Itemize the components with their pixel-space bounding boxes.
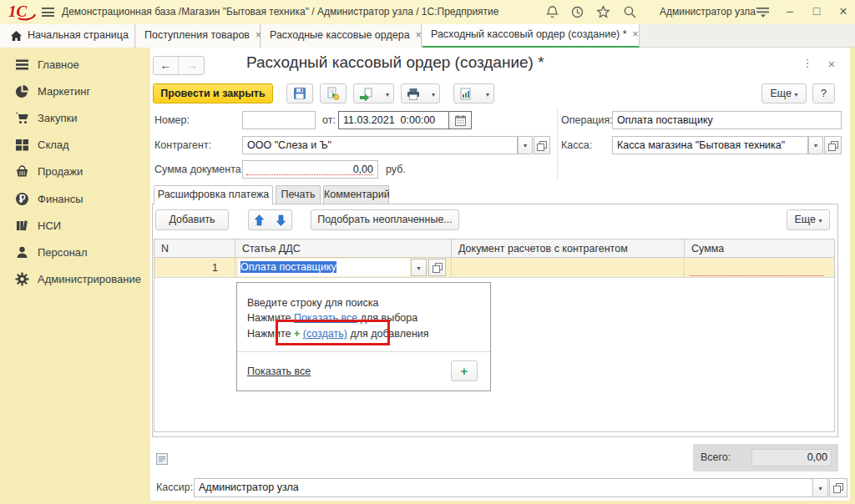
gear-icon	[15, 272, 29, 286]
cashbox-input[interactable]: Касса магазина "Бытовая техника"	[612, 136, 808, 154]
main-menu-icon[interactable]	[42, 8, 54, 17]
minimize-button[interactable]: –	[782, 0, 798, 24]
contractor-dropdown-button[interactable]: ▾	[518, 136, 533, 154]
tab-postupleniya-tovarov[interactable]: Поступления товаров×	[136, 24, 261, 48]
row-number-cell: 1	[154, 258, 235, 278]
number-label: Номер:	[154, 111, 190, 129]
sidebar-item-marketing[interactable]: Маркетинг	[0, 78, 150, 105]
amount-input[interactable]: 0,00	[242, 160, 378, 179]
tab-close-icon[interactable]: ×	[633, 28, 639, 40]
table-row[interactable]: 1 Оплата поставщику ▾	[154, 258, 834, 278]
contractor-label: Контрагент:	[154, 136, 211, 154]
search-icon[interactable]	[623, 5, 637, 19]
notifications-bell-icon[interactable]	[545, 5, 559, 19]
form-column-separator	[557, 109, 558, 179]
contractor-open-button[interactable]	[534, 136, 550, 154]
maximize-button[interactable]: □	[808, 0, 825, 24]
post-button[interactable]	[320, 83, 347, 103]
cashier-dropdown-button[interactable]: ▾	[812, 478, 828, 497]
column-header-document[interactable]: Документ расчетов с контрагентом	[452, 239, 685, 258]
close-window-button[interactable]: ×	[835, 0, 852, 24]
total-label: Всего:	[701, 444, 731, 471]
add-row-button[interactable]: Добавить	[155, 209, 229, 230]
tab-rashodny-kassovy-order-active[interactable]: Расходный кассовый ордер (создание) *×	[422, 24, 640, 48]
1c-logo: 1С	[8, 2, 37, 23]
column-header-statya-dds[interactable]: Статья ДДС	[235, 239, 452, 258]
show-all-link[interactable]: Показать все	[247, 365, 311, 377]
number-input[interactable]	[242, 111, 316, 129]
calendar-button[interactable]	[448, 111, 472, 129]
sidebar-item-finansy[interactable]: Финансы	[0, 185, 150, 213]
person-icon	[15, 245, 29, 260]
total-value: 0,00	[751, 449, 832, 466]
form-more-button[interactable]: Еще ▾	[761, 83, 807, 103]
tab-rasshifrovka-platezha[interactable]: Расшифровка платежа	[154, 185, 273, 204]
print-button[interactable]: ▾	[401, 83, 440, 103]
pick-unpaid-button[interactable]: Подобрать неоплаченные...	[311, 209, 459, 230]
basket-icon	[15, 164, 29, 179]
date-label: от:	[322, 111, 336, 129]
cashbox-open-button[interactable]	[824, 136, 842, 154]
total-box: Всего: 0,00	[693, 444, 838, 471]
reports-button[interactable]: ▾	[453, 83, 494, 103]
sidebar-item-zakupki[interactable]: Закупки	[0, 104, 150, 132]
close-document-icon[interactable]: ×	[825, 57, 838, 71]
favorites-star-icon[interactable]	[596, 5, 610, 19]
menu-icon	[15, 58, 29, 72]
annotation-red-box	[276, 320, 390, 345]
cashier-input[interactable]: Администратор узла	[194, 478, 813, 497]
sidebar-item-prodazhi[interactable]: Продажи	[0, 158, 150, 185]
comment-icon[interactable]	[156, 453, 168, 465]
contractor-input[interactable]: ООО "Слеза и Ъ"	[242, 136, 518, 154]
grid-more-button[interactable]: Еще ▾	[787, 209, 830, 230]
document-cell[interactable]	[452, 258, 685, 278]
sidebar-item-glavnoe[interactable]: Главное	[0, 51, 150, 78]
service-menu-icon[interactable]	[756, 7, 771, 21]
move-up-button[interactable]	[248, 209, 271, 230]
window-titlebar: 1С Демонстрационная база /Магазин "Бытов…	[0, 0, 855, 24]
article-open-button[interactable]	[428, 259, 446, 276]
window-border-right	[850, 48, 855, 504]
sidebar-item-sklad[interactable]: Склад	[0, 131, 150, 159]
application-window: 1С Демонстрационная база /Магазин "Бытов…	[0, 0, 855, 504]
cashier-open-button[interactable]	[829, 478, 847, 497]
date-input[interactable]: 11.03.2021 0:00:00	[338, 111, 448, 129]
history-icon[interactable]	[570, 5, 584, 19]
save-button[interactable]	[286, 83, 313, 103]
grid-icon	[15, 138, 29, 152]
column-header-summa[interactable]: Сумма	[685, 239, 834, 258]
back-button[interactable]: ←	[154, 57, 179, 74]
tab-pechat[interactable]: Печать	[276, 185, 321, 204]
sections-sidebar: Главное Маркетинг Закупки Склад Продажи …	[0, 48, 150, 504]
tab-kommentariy[interactable]: Комментарий	[323, 185, 389, 204]
hint-line-1: Введите строку для поиска	[247, 297, 379, 309]
tab-close-icon[interactable]: ×	[416, 29, 422, 41]
popup-divider	[237, 351, 490, 352]
document-title: Расходный кассовый ордер (создание) *	[246, 53, 544, 72]
tab-close-icon[interactable]: ×	[255, 29, 261, 41]
sidebar-item-nsi[interactable]: НСИ	[0, 212, 150, 239]
currency-label: руб.	[386, 160, 406, 179]
help-button[interactable]: ?	[812, 83, 835, 103]
dropdown-caret-icon: ▾	[432, 91, 435, 98]
post-and-close-button[interactable]: Провести и закрыть	[153, 83, 273, 103]
amount-cell[interactable]	[685, 258, 834, 278]
tab-home[interactable]: Начальная страница	[0, 24, 135, 48]
column-header-n[interactable]: N	[154, 239, 235, 258]
sidebar-item-administrirovanie[interactable]: Администрирование	[0, 265, 150, 293]
article-selected-text: Оплата поставщику	[240, 261, 336, 273]
sidebar-item-personal[interactable]: Персонал	[0, 239, 150, 266]
cashbox-dropdown-button[interactable]: ▾	[808, 136, 823, 154]
operation-input[interactable]: Оплата поставщику	[612, 111, 842, 129]
current-user[interactable]: Администратор узла	[660, 0, 756, 24]
dropdown-caret-icon: ▾	[386, 91, 389, 98]
tab-rashodnye-kassovye-ordera[interactable]: Расходные кассовые ордера×	[261, 24, 422, 48]
create-based-on-button[interactable]: ▾	[353, 83, 394, 103]
move-down-button[interactable]	[270, 209, 292, 230]
forward-button[interactable]: →	[180, 57, 205, 74]
article-dropdown-button[interactable]: ▾	[411, 259, 427, 276]
article-cell[interactable]: Оплата поставщику ▾	[235, 258, 452, 278]
cashier-label: Кассир:	[156, 478, 193, 496]
create-new-button[interactable]: +	[451, 360, 478, 381]
more-commands-icon[interactable]: ⋮	[802, 57, 813, 69]
